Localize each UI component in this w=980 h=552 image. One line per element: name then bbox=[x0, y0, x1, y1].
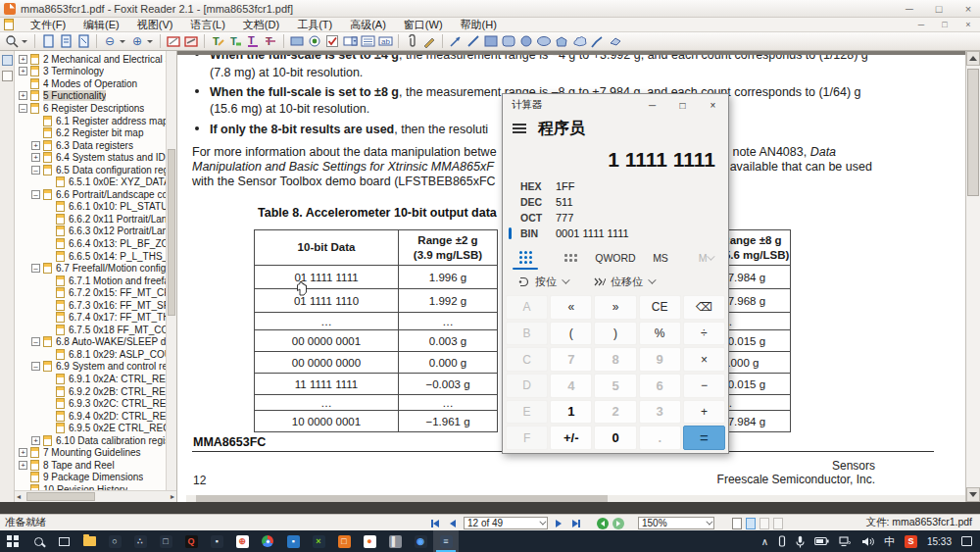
radio-button-field-icon[interactable] bbox=[306, 33, 323, 49]
tree-toggle-icon[interactable]: – bbox=[31, 362, 40, 371]
bookmark-item[interactable]: 6.6.5 0x14: P_L_THS_REG bbox=[15, 250, 166, 263]
underline-icon[interactable]: T bbox=[244, 33, 262, 49]
menu-item[interactable]: 视图(V) bbox=[128, 18, 182, 32]
zoom-tool-icon[interactable] bbox=[3, 33, 21, 49]
bookmark-item[interactable]: +2 Mechanical and Electrical Specif bbox=[15, 53, 166, 66]
menu-item[interactable]: 语言(L) bbox=[181, 18, 233, 32]
bookmark-item[interactable]: 6.1 Register address map bbox=[15, 115, 166, 127]
calc-key-x[interactable]: ( bbox=[550, 322, 592, 346]
calc-key-x[interactable]: + bbox=[683, 400, 725, 425]
bookmark-item[interactable]: 6.9.3 0x2C: CTRL_REG3 Ir bbox=[15, 397, 166, 410]
doc-minimize-button[interactable]: ─ bbox=[913, 20, 929, 29]
doc-close-button[interactable]: × bbox=[960, 20, 976, 29]
scroll-up-icon[interactable] bbox=[966, 51, 980, 66]
sidebar-horizontal-scrollbar[interactable]: ◂ ▸ bbox=[15, 490, 176, 502]
bookmark-item[interactable]: 10 Revision History bbox=[15, 483, 166, 490]
chrome-icon[interactable] bbox=[255, 530, 280, 552]
tree-toggle-icon[interactable]: + bbox=[19, 55, 27, 64]
combobox-field-icon[interactable] bbox=[341, 33, 359, 49]
volume-icon[interactable] bbox=[861, 536, 874, 547]
calc-key-x[interactable]: ⌫ bbox=[683, 295, 725, 320]
tree-toggle-icon[interactable]: + bbox=[19, 461, 27, 470]
strikeout-icon[interactable]: T bbox=[262, 33, 279, 49]
task-view-button[interactable] bbox=[51, 530, 76, 552]
app-q-browser-icon[interactable]: Q bbox=[178, 530, 204, 552]
app-dark-2-icon[interactable]: ∴ bbox=[127, 530, 153, 552]
circle-annot-icon[interactable] bbox=[517, 33, 535, 49]
typewriter-icon[interactable]: T bbox=[209, 33, 226, 49]
app-loops-icon[interactable]: ⊕ bbox=[229, 530, 255, 552]
menu-item[interactable]: 高级(A) bbox=[341, 18, 395, 32]
arrow-annot-icon[interactable] bbox=[447, 33, 465, 49]
bookmark-item[interactable]: +6.10 Data calibration registers bbox=[15, 434, 166, 447]
battery-icon[interactable] bbox=[814, 536, 829, 546]
clock[interactable]: 15:33 bbox=[927, 536, 952, 547]
rounded-square-annot-icon[interactable] bbox=[500, 33, 517, 49]
radix-row-bin[interactable]: BIN0001 1111 1111 bbox=[503, 226, 728, 241]
polygon-annot-icon[interactable] bbox=[553, 33, 570, 49]
zoom-in-icon[interactable]: ⊕ bbox=[128, 33, 146, 49]
tree-toggle-icon[interactable]: – bbox=[31, 190, 40, 199]
tree-toggle-icon[interactable]: – bbox=[31, 264, 40, 273]
bookmark-item[interactable]: 6.9.2 0x2B: CTRL_REG2 S bbox=[15, 385, 166, 398]
bookmark-item[interactable]: 6.2 Register bit map bbox=[15, 126, 166, 139]
word-size-button[interactable]: QWORD bbox=[593, 245, 638, 270]
calc-key-x[interactable]: % bbox=[639, 322, 681, 346]
scroll-right-icon[interactable]: ▸ bbox=[171, 492, 174, 501]
bookmark-item[interactable]: 6.9.4 0x2D: CTRL_REG4 Ir bbox=[15, 410, 166, 423]
radix-row-dec[interactable]: DEC511 bbox=[503, 194, 728, 210]
bookmark-item[interactable]: –6.5 Data configuration registe bbox=[15, 164, 166, 176]
previous-view-button[interactable] bbox=[597, 518, 609, 529]
radix-row-oct[interactable]: OCT777 bbox=[503, 210, 728, 226]
bookmark-item[interactable]: 6.6.1 0x10: PL_STATUS P bbox=[15, 201, 166, 214]
ellipse-annot-icon[interactable] bbox=[535, 33, 553, 49]
bookmark-item[interactable]: +7 Mounting Guidelines bbox=[15, 447, 166, 460]
pencil-annot-icon[interactable] bbox=[588, 33, 606, 49]
pages-panel-icon[interactable] bbox=[2, 71, 13, 81]
bookmark-item[interactable]: 9 Package Dimensions bbox=[15, 472, 166, 484]
bookmark-item[interactable]: –6.7 Freefall/Motion configurati bbox=[15, 262, 166, 275]
line-annot-icon[interactable] bbox=[465, 33, 482, 49]
calc-key-xxx[interactable]: +/- bbox=[550, 426, 592, 450]
menu-item[interactable]: 文档(D) bbox=[234, 18, 288, 32]
annotation-tool-icon-1[interactable] bbox=[165, 33, 182, 49]
calc-key-x[interactable]: ) bbox=[594, 322, 636, 346]
calc-key-CE[interactable]: CE bbox=[639, 295, 681, 320]
bookmark-item[interactable]: 6.7.2 0x15: FF_MT_CFG F bbox=[15, 286, 166, 299]
cloud-annot-icon[interactable] bbox=[570, 33, 588, 49]
tree-toggle-icon[interactable]: – bbox=[31, 166, 40, 175]
bookmark-item[interactable]: 4 Modes of Operation bbox=[15, 77, 166, 90]
tree-toggle-icon[interactable]: + bbox=[31, 436, 40, 445]
bookmark-item[interactable]: 6.7.4 0x17: FF_MT_THS F bbox=[15, 311, 166, 324]
file-explorer-button[interactable] bbox=[76, 530, 102, 552]
calc-key-1[interactable]: 1 bbox=[550, 400, 592, 425]
bookmark-item[interactable]: 6.5.1 0x0E: XYZ_DATA_C bbox=[15, 176, 166, 188]
bitwise-menu-button[interactable]: 按位 bbox=[518, 275, 567, 289]
pen-tool-icon[interactable] bbox=[420, 33, 438, 49]
document-vertical-scrollbar[interactable] bbox=[965, 51, 980, 502]
zoom-tool-caret[interactable] bbox=[22, 40, 27, 43]
last-page-button[interactable] bbox=[569, 517, 583, 529]
network-icon[interactable] bbox=[839, 536, 852, 547]
zoom-level-dropdown[interactable]: 150% bbox=[638, 517, 714, 529]
bit-shift-menu-button[interactable]: 位移位 bbox=[593, 275, 654, 289]
bookmark-item[interactable]: –6.9 System and control regist bbox=[15, 361, 166, 374]
calc-key-x[interactable]: « bbox=[550, 295, 592, 320]
checkbox-field-icon[interactable] bbox=[323, 33, 341, 49]
page-layout-icon-3[interactable] bbox=[74, 33, 92, 49]
listbox-field-icon[interactable] bbox=[359, 33, 376, 49]
tree-toggle-icon[interactable]: + bbox=[31, 141, 40, 150]
app-tools-icon[interactable]: × bbox=[306, 530, 331, 552]
bookmark-item[interactable]: 6.7.5 0x18 FF_MT_COUNT bbox=[15, 324, 166, 336]
app-dark-3-icon[interactable]: □ bbox=[153, 530, 178, 552]
tree-toggle-icon[interactable]: + bbox=[19, 91, 27, 100]
page-layout-icon-2[interactable] bbox=[57, 33, 74, 49]
app-dark-4-icon[interactable]: ▪ bbox=[204, 530, 229, 552]
single-page-layout-icon[interactable] bbox=[732, 518, 742, 529]
tree-toggle-icon[interactable]: + bbox=[19, 67, 27, 75]
app-blue-icon[interactable]: ▪ bbox=[280, 530, 306, 552]
doc-restore-button[interactable]: □ bbox=[937, 20, 953, 29]
next-page-button[interactable] bbox=[552, 517, 565, 529]
continuous-layout-icon[interactable] bbox=[746, 518, 756, 529]
bookmark-item[interactable]: +8 Tape and Reel bbox=[15, 459, 166, 472]
